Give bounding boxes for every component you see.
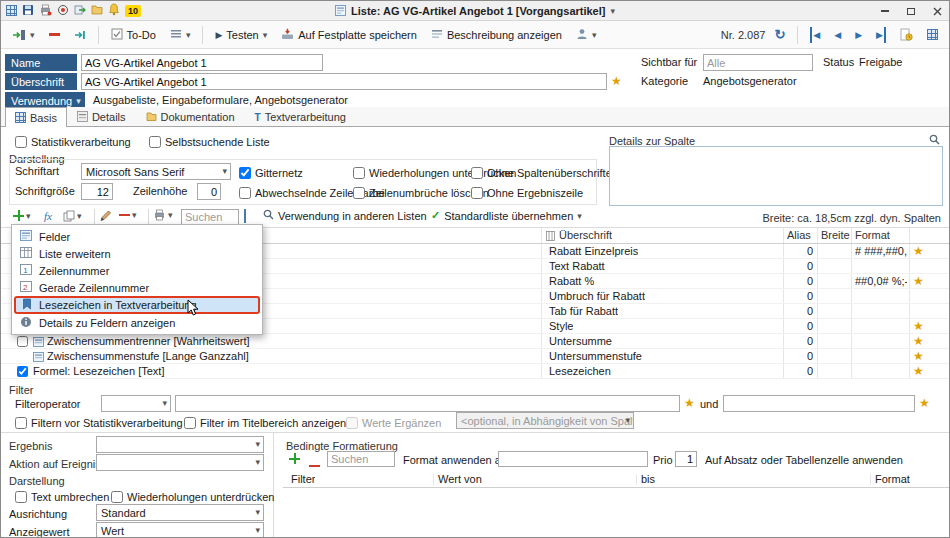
format-header-wert-von[interactable]: Wert von xyxy=(438,472,482,487)
filter-star-icon[interactable]: ★ xyxy=(684,396,695,410)
vor-statistik-checkbox[interactable]: Filtern vor Statistikverarbeitung xyxy=(15,415,183,430)
add-format-button[interactable] xyxy=(289,453,300,466)
row-star-icon[interactable]: ★ xyxy=(913,244,924,259)
aktion-combobox[interactable]: ▾ xyxy=(96,454,264,471)
format-header-bis[interactable]: bis xyxy=(641,472,655,487)
prio-input[interactable] xyxy=(675,451,697,467)
zeilenhoehe-input[interactable] xyxy=(197,183,221,200)
add-column-button[interactable]: ▾ xyxy=(13,210,31,221)
sichtbar-input[interactable] xyxy=(703,54,813,71)
export-icon[interactable] xyxy=(74,4,86,18)
header-alias[interactable]: Alias xyxy=(787,228,811,243)
wiederholungen-bottom-checkbox[interactable]: Wiederholungen unterdrücken xyxy=(111,489,274,504)
column-search-input[interactable] xyxy=(181,209,239,225)
schriftart-combobox[interactable]: Microsoft Sans Serif ▾ xyxy=(81,163,231,180)
table-row[interactable]: Zwischensummentrenner [Wahrheitswert] Un… xyxy=(1,334,950,349)
text-umbrechen-checkbox[interactable]: Text umbrechen xyxy=(15,489,109,504)
kategorie-value[interactable]: Angebotsgenerator xyxy=(703,73,797,89)
row-star-icon[interactable]: ★ xyxy=(913,364,924,379)
filteroperator-combobox[interactable]: ▾ xyxy=(101,395,171,412)
list-menu-button[interactable]: ▾ xyxy=(165,24,196,46)
menu-item-lesezeichen[interactable]: Lesezeichen in Textverarbeitung xyxy=(14,296,260,314)
nav-next-button[interactable]: ▶ xyxy=(850,24,867,46)
testen-button[interactable]: ▶ Testen ▾ xyxy=(210,24,272,46)
checkbox[interactable] xyxy=(239,167,251,179)
festplatte-button[interactable]: Auf Festplatte speichern xyxy=(276,24,422,46)
record-icon[interactable] xyxy=(57,4,69,18)
filter-expression-input[interactable] xyxy=(175,395,680,412)
folder-icon[interactable] xyxy=(91,4,103,17)
ohne-spalten-checkbox[interactable]: Ohne Spaltenüberschriften xyxy=(471,165,618,180)
print-column-button[interactable]: ▾ xyxy=(153,209,173,221)
checkbox[interactable] xyxy=(353,167,365,179)
menu-item-zeilennummer[interactable]: 1 Zeilennummer xyxy=(12,262,262,279)
menu-item-felder[interactable]: Felder xyxy=(12,228,262,245)
save-icon[interactable] xyxy=(22,4,34,18)
checkbox[interactable] xyxy=(184,417,196,429)
selbstsuchend-checkbox[interactable]: Selbstsuchende Liste xyxy=(149,134,270,149)
ohne-ergebnis-checkbox[interactable]: Ohne Ergebniszeile xyxy=(471,185,583,200)
verwendung-andere-button[interactable]: Verwendung in anderen Listen xyxy=(263,209,427,222)
filter-star2-icon[interactable]: ★ xyxy=(919,396,930,410)
row-checkbox[interactable] xyxy=(17,366,28,377)
header-ueberschrift[interactable]: Überschrift xyxy=(559,228,612,243)
todo-button[interactable]: To-Do xyxy=(106,24,161,46)
checkbox[interactable] xyxy=(15,491,27,503)
print-icon[interactable] xyxy=(39,4,52,18)
tab-textverarbeitung[interactable]: T Textverarbeitung xyxy=(245,107,356,126)
menu-item-liste-erweitern[interactable]: Liste erweitern xyxy=(12,245,262,262)
history-button[interactable] xyxy=(895,24,918,46)
bell-icon[interactable] xyxy=(108,3,120,18)
ergebnis-combobox[interactable]: ▾ xyxy=(96,436,264,453)
refresh-button[interactable]: ↻ xyxy=(769,24,790,46)
checkbox[interactable] xyxy=(111,491,123,503)
remove-column-button[interactable]: ▾ xyxy=(119,210,137,220)
menu-item-gerade-zeilennummer[interactable]: 2 Gerade Zeilennummer xyxy=(12,279,262,296)
minimize-button[interactable] xyxy=(877,3,893,19)
favorite-star-icon[interactable]: ★ xyxy=(611,74,622,88)
nav-prev-button[interactable]: ◀ xyxy=(829,24,846,46)
ueberschrift-input[interactable] xyxy=(81,73,607,90)
checkbox[interactable] xyxy=(149,136,161,148)
name-input[interactable] xyxy=(81,54,323,71)
menu-item-details-zu-feldern[interactable]: Details zu Feldern anzeigen xyxy=(12,314,262,331)
format-header-format[interactable]: Format xyxy=(875,472,910,487)
save-close-button[interactable]: ▾ xyxy=(7,24,40,46)
tab-details[interactable]: Details xyxy=(67,107,136,126)
format-search-input[interactable] xyxy=(327,451,395,467)
row-star-icon[interactable]: ★ xyxy=(913,319,924,334)
format-header-filter[interactable]: Filter xyxy=(291,472,315,487)
gitternetz-checkbox[interactable]: Gitternetz xyxy=(239,165,303,180)
checkbox[interactable] xyxy=(471,187,483,199)
checkbox[interactable] xyxy=(471,167,483,179)
row-star-icon[interactable]: ★ xyxy=(913,334,924,349)
chevron-down-icon[interactable]: ▾ xyxy=(610,6,615,16)
copy-column-button[interactable]: ▾ xyxy=(63,210,82,222)
ausrichtung-combobox[interactable]: Standard ▾ xyxy=(96,504,264,521)
user-button[interactable]: ▾ xyxy=(571,24,602,46)
format-anwenden-input[interactable] xyxy=(498,451,648,467)
row-star-icon[interactable]: ★ xyxy=(913,349,924,364)
add-formula-button[interactable]: fx xyxy=(43,209,57,225)
details-spalte-panel[interactable] xyxy=(609,146,943,206)
statistik-checkbox[interactable]: Statistikverarbeitung xyxy=(15,134,131,149)
nav-last-button[interactable]: ▶ xyxy=(871,24,891,46)
standardliste-button[interactable]: ✓ Standardliste übernehmen ▾ xyxy=(431,209,582,222)
anzeigewert-combobox[interactable]: Wert ▾ xyxy=(96,522,264,538)
row-star-icon[interactable]: ★ xyxy=(913,274,924,289)
checkbox[interactable] xyxy=(15,417,27,429)
tab-basis[interactable]: Basis xyxy=(5,107,67,127)
maximize-button[interactable] xyxy=(903,3,919,19)
row-checkbox[interactable] xyxy=(17,336,28,347)
beschreibung-button[interactable]: Beschreibung anzeigen xyxy=(426,24,567,46)
edit-column-button[interactable] xyxy=(99,209,112,224)
header-breite[interactable]: Breite xyxy=(821,228,850,243)
delete-button[interactable] xyxy=(44,24,65,46)
table-row[interactable]: Zwischensummenstufe [Lange Ganzzahl] Unt… xyxy=(1,349,950,364)
checkbox[interactable] xyxy=(353,187,365,199)
table-options-icon[interactable] xyxy=(244,210,246,222)
header-format[interactable]: Format xyxy=(855,228,890,243)
nav-first-button[interactable]: ◀ xyxy=(805,24,825,46)
schriftgroesse-input[interactable] xyxy=(81,183,113,200)
close-button[interactable] xyxy=(929,3,945,19)
